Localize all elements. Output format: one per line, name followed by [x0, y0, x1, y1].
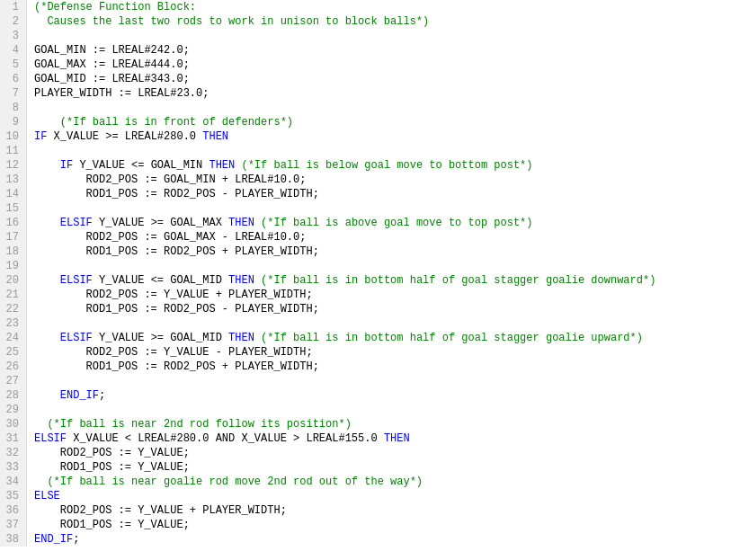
line-number: 31	[0, 431, 27, 446]
line-number: 23	[0, 316, 27, 331]
code-line: 13 ROD2_POS := GOAL_MIN + LREAL#10.0;	[0, 173, 731, 187]
line-content: END_IF;	[27, 532, 731, 547]
code-line: 10IF X_VALUE >= LREAL#280.0 THEN	[0, 129, 731, 144]
line-number: 33	[0, 460, 27, 475]
code-line: 1(*Defense Function Block:	[0, 0, 731, 14]
line-content: ELSE	[27, 489, 731, 503]
line-number: 34	[0, 475, 27, 489]
line-number: 8	[0, 101, 27, 115]
line-content: ELSIF Y_VALUE >= GOAL_MAX THEN (*If ball…	[27, 216, 731, 230]
code-line: 7PLAYER_WIDTH := LREAL#23.0;	[0, 86, 731, 101]
line-content: END_IF;	[27, 388, 731, 403]
code-line: 9 (*If ball is in front of defenders*)	[0, 115, 731, 129]
code-line: 15	[0, 201, 731, 216]
line-number: 21	[0, 288, 27, 302]
line-number: 25	[0, 345, 27, 360]
line-content: ROD1_POS := ROD2_POS + PLAYER_WIDTH;	[27, 244, 731, 259]
code-line: 26 ROD1_POS := ROD2_POS + PLAYER_WIDTH;	[0, 360, 731, 374]
code-line: 31ELSIF X_VALUE < LREAL#280.0 AND X_VALU…	[0, 431, 731, 446]
line-content: IF X_VALUE >= LREAL#280.0 THEN	[27, 129, 731, 144]
line-number: 32	[0, 446, 27, 460]
line-content: ROD2_POS := Y_VALUE + PLAYER_WIDTH;	[27, 503, 731, 518]
line-content: ELSIF X_VALUE < LREAL#280.0 AND X_VALUE …	[27, 431, 731, 446]
line-number: 38	[0, 532, 27, 547]
line-number: 10	[0, 129, 27, 144]
line-content: ELSIF Y_VALUE >= GOAL_MID THEN (*If ball…	[27, 331, 731, 345]
code-line: 20 ELSIF Y_VALUE <= GOAL_MID THEN (*If b…	[0, 273, 731, 288]
line-content	[27, 316, 731, 331]
line-number: 5	[0, 58, 27, 72]
line-content: GOAL_MID := LREAL#343.0;	[27, 72, 731, 86]
line-number: 13	[0, 173, 27, 187]
code-editor: 1(*Defense Function Block:2 Causes the l…	[0, 0, 731, 547]
code-line: 27	[0, 374, 731, 388]
code-line: 18 ROD1_POS := ROD2_POS + PLAYER_WIDTH;	[0, 244, 731, 259]
line-number: 6	[0, 72, 27, 86]
code-line: 6GOAL_MID := LREAL#343.0;	[0, 72, 731, 86]
code-line: 11	[0, 144, 731, 158]
line-content	[27, 374, 731, 388]
line-content	[27, 403, 731, 417]
code-line: 2 Causes the last two rods to work in un…	[0, 14, 731, 29]
code-line: 35ELSE	[0, 489, 731, 503]
line-content: ROD1_POS := Y_VALUE;	[27, 518, 731, 532]
line-content: ROD2_POS := GOAL_MAX - LREAL#10.0;	[27, 230, 731, 244]
code-line: 12 IF Y_VALUE <= GOAL_MIN THEN (*If ball…	[0, 158, 731, 173]
line-number: 20	[0, 273, 27, 288]
line-content: ELSIF Y_VALUE <= GOAL_MID THEN (*If ball…	[27, 273, 731, 288]
line-number: 35	[0, 489, 27, 503]
line-number: 11	[0, 144, 27, 158]
line-content: IF Y_VALUE <= GOAL_MIN THEN (*If ball is…	[27, 158, 731, 173]
line-number: 28	[0, 388, 27, 403]
line-number: 19	[0, 259, 27, 273]
line-number: 36	[0, 503, 27, 518]
line-number: 17	[0, 230, 27, 244]
line-number: 9	[0, 115, 27, 129]
code-line: 33 ROD1_POS := Y_VALUE;	[0, 460, 731, 475]
line-content: ROD2_POS := Y_VALUE - PLAYER_WIDTH;	[27, 345, 731, 360]
line-number: 30	[0, 417, 27, 431]
line-content	[27, 144, 731, 158]
line-content	[27, 101, 731, 115]
line-number: 1	[0, 0, 27, 14]
line-content: (*If ball is in front of defenders*)	[27, 115, 731, 129]
line-content: ROD2_POS := GOAL_MIN + LREAL#10.0;	[27, 173, 731, 187]
code-line: 3	[0, 29, 731, 43]
code-line: 19	[0, 259, 731, 273]
code-line: 36 ROD2_POS := Y_VALUE + PLAYER_WIDTH;	[0, 503, 731, 518]
code-line: 23	[0, 316, 731, 331]
line-content: (*Defense Function Block:	[27, 0, 731, 14]
line-number: 22	[0, 302, 27, 316]
code-line: 32 ROD2_POS := Y_VALUE;	[0, 446, 731, 460]
code-line: 16 ELSIF Y_VALUE >= GOAL_MAX THEN (*If b…	[0, 216, 731, 230]
line-number: 7	[0, 86, 27, 101]
code-line: 8	[0, 101, 731, 115]
line-content	[27, 259, 731, 273]
line-content: GOAL_MAX := LREAL#444.0;	[27, 58, 731, 72]
code-line: 38END_IF;	[0, 532, 731, 547]
line-number: 16	[0, 216, 27, 230]
line-number: 29	[0, 403, 27, 417]
line-number: 14	[0, 187, 27, 201]
code-line: 17 ROD2_POS := GOAL_MAX - LREAL#10.0;	[0, 230, 731, 244]
line-number: 26	[0, 360, 27, 374]
line-content: (*If ball is near 2nd rod follow its pos…	[27, 417, 731, 431]
code-line: 30 (*If ball is near 2nd rod follow its …	[0, 417, 731, 431]
line-number: 3	[0, 29, 27, 43]
code-line: 21 ROD2_POS := Y_VALUE + PLAYER_WIDTH;	[0, 288, 731, 302]
line-number: 27	[0, 374, 27, 388]
code-line: 4GOAL_MIN := LREAL#242.0;	[0, 43, 731, 58]
line-content: (*If ball is near goalie rod move 2nd ro…	[27, 475, 731, 489]
code-line: 29	[0, 403, 731, 417]
line-content: ROD1_POS := ROD2_POS - PLAYER_WIDTH;	[27, 187, 731, 201]
code-line: 5GOAL_MAX := LREAL#444.0;	[0, 58, 731, 72]
line-content: GOAL_MIN := LREAL#242.0;	[27, 43, 731, 58]
line-number: 2	[0, 14, 27, 29]
line-content: ROD1_POS := Y_VALUE;	[27, 460, 731, 475]
line-number: 15	[0, 201, 27, 216]
code-line: 25 ROD2_POS := Y_VALUE - PLAYER_WIDTH;	[0, 345, 731, 360]
line-content	[27, 201, 731, 216]
code-line: 22 ROD1_POS := ROD2_POS - PLAYER_WIDTH;	[0, 302, 731, 316]
line-content	[27, 29, 731, 43]
code-line: 24 ELSIF Y_VALUE >= GOAL_MID THEN (*If b…	[0, 331, 731, 345]
